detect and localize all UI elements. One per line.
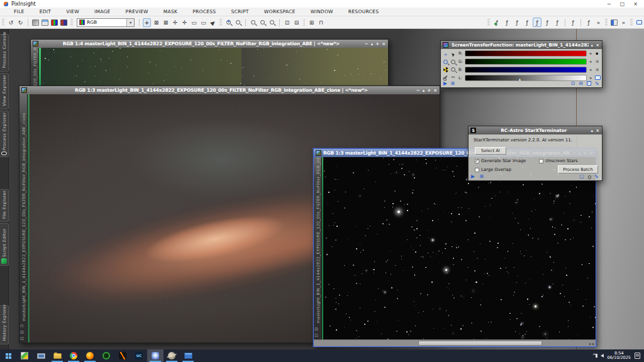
new-preview-button[interactable]: ▭ xyxy=(190,18,198,27)
new-instance-icon[interactable]: ⊞ xyxy=(480,173,484,179)
workspace-panel-icon[interactable] xyxy=(611,19,618,26)
clock[interactable]: 8:54 06/10/2025 xyxy=(608,351,631,361)
window-titlebar[interactable]: RGB 1:3 masterLight_BIN_1_4144x2822_EXPO… xyxy=(19,86,440,94)
apply-triangle-icon[interactable]: ▶ xyxy=(443,80,447,86)
zoom-in-icon[interactable] xyxy=(442,58,449,65)
toolbar-grip[interactable] xyxy=(70,19,73,26)
menu-preview[interactable]: PREVIEW xyxy=(118,9,156,14)
channel-selector-dropdown[interactable]: RGB ▾ xyxy=(77,18,135,27)
window-close-icon[interactable]: × xyxy=(433,88,437,93)
track-alt-icon[interactable]: ⊕ xyxy=(596,67,599,72)
menu-image[interactable]: IMAGE xyxy=(87,9,118,14)
stf-bar-blue[interactable] xyxy=(465,67,587,73)
horizontal-scrollbar[interactable]: ◂ ▸ xyxy=(314,339,596,346)
zoom-in-alt-icon[interactable] xyxy=(450,58,457,65)
dock-tab-script-editor[interactable]: Script Editor xyxy=(0,223,9,266)
process-icon-add[interactable]: ƒ xyxy=(543,18,552,27)
notification-center-icon[interactable] xyxy=(635,353,640,359)
stf-bar-red[interactable] xyxy=(465,50,587,57)
process-icon-clone[interactable]: ƒ xyxy=(513,18,521,27)
menu-edit[interactable]: EDIT xyxy=(32,9,59,14)
taskbar-uc-app[interactable]: UC xyxy=(131,349,147,362)
scroll-left-icon[interactable]: ◂ xyxy=(589,341,591,346)
stf-dialog[interactable]: ScreenTransferFunction: masterLight_BIN_… xyxy=(440,40,602,88)
maximize-button[interactable]: □ xyxy=(620,1,625,7)
window-shade-icon[interactable]: ▴ xyxy=(371,41,374,47)
new-instance-icon[interactable]: ⊞ xyxy=(451,80,455,86)
large-overlap-checkbox[interactable]: Large Overlap xyxy=(475,167,511,172)
dialog-shade-icon[interactable]: ▴ xyxy=(591,43,594,48)
dialog-titlebar[interactable]: S RC-Astro StarXTerminator ▴ × xyxy=(469,126,602,134)
image-canvas-starfield[interactable] xyxy=(322,157,596,339)
process-icon-batch[interactable]: ƒ xyxy=(584,18,593,27)
histogram-icon[interactable] xyxy=(60,19,67,26)
black-point-icon[interactable] xyxy=(442,66,449,73)
view-selector-strip[interactable]: masterLight_BIN_1_4144x2822_EXPOSURE_120… xyxy=(314,157,322,339)
edit-instance-icon[interactable]: ⊡ xyxy=(571,80,575,86)
checkbox-unchecked[interactable] xyxy=(539,159,543,163)
process-icon-delete[interactable]: ƒ xyxy=(523,18,531,27)
menu-workspace[interactable]: WORKSPACE xyxy=(257,9,303,14)
taskbar-chrome[interactable] xyxy=(65,349,82,362)
toolbar-grip[interactable] xyxy=(605,19,608,26)
undo-button[interactable]: ↺ xyxy=(7,18,15,27)
unscreen-stars-checkbox[interactable]: Unscreen Stars xyxy=(539,158,578,163)
window-minimize-icon[interactable]: − xyxy=(416,88,420,93)
monitor-icon[interactable] xyxy=(635,18,643,27)
minimize-button[interactable]: − xyxy=(607,1,611,7)
track-view-checkbox[interactable]: ✓ xyxy=(587,81,591,85)
select-tool-button[interactable]: ▶ xyxy=(207,16,219,28)
close-button[interactable]: × xyxy=(633,1,638,7)
window-maximize-icon[interactable]: + xyxy=(427,88,431,93)
link-rgb-icon[interactable]: ∞ xyxy=(442,51,449,58)
zoom-out-icon[interactable] xyxy=(450,66,457,73)
menu-window[interactable]: WINDOW xyxy=(303,9,341,14)
window-close-icon[interactable]: × xyxy=(382,41,386,47)
dialog-close-icon[interactable]: × xyxy=(596,128,599,133)
menu-view[interactable]: VIEW xyxy=(58,9,87,14)
zoom-11-button[interactable] xyxy=(249,18,257,27)
redo-button[interactable]: ↻ xyxy=(16,18,25,27)
scroll-right-icon[interactable]: ▸ xyxy=(592,341,594,346)
process-icon-history[interactable]: ƒ xyxy=(569,18,577,27)
crop-mode-button[interactable]: ⊟ xyxy=(292,18,301,27)
browse-doc-icon[interactable]: ⊟ xyxy=(579,80,582,86)
window-shade-icon[interactable]: ▴ xyxy=(423,88,425,93)
view-selector-icons[interactable]: ⊓⊟⊡ xyxy=(20,324,24,341)
menu-file[interactable]: FILE xyxy=(6,9,32,14)
menu-process[interactable]: PROCESS xyxy=(185,9,223,14)
toolbar-grip[interactable] xyxy=(219,19,222,26)
menu-script[interactable]: SCRIPT xyxy=(223,9,256,14)
zoom-in-button[interactable]: + xyxy=(225,18,233,27)
process-icon-new[interactable]: ƒ xyxy=(492,18,501,27)
process-icon-edit[interactable]: ƒ xyxy=(502,18,511,27)
view-selector-strip[interactable]: masterLight_BIN_1_4144x2822_EXPOSURE_120… xyxy=(19,94,28,343)
taskbar-pixinsight[interactable] xyxy=(147,349,164,362)
reset-red-icon[interactable]: ◂ xyxy=(589,51,591,56)
checkbox-checked[interactable]: ✓ xyxy=(475,159,479,163)
dock-tab-view-explorer[interactable]: View Explorer xyxy=(0,73,9,109)
screen-mode-button[interactable]: ⊓ xyxy=(317,18,325,27)
toolbar-overflow-button[interactable]: » xyxy=(619,18,628,27)
scrollbar-thumb[interactable] xyxy=(418,341,542,346)
split-view-button[interactable]: ⊞ xyxy=(308,18,316,27)
dialog-titlebar[interactable]: ScreenTransferFunction: masterLight_BIN_… xyxy=(441,41,602,49)
move-tool-button[interactable]: ✛ xyxy=(171,18,179,27)
pan-tool-button[interactable]: + xyxy=(143,18,151,27)
zoom-fit-button[interactable]: ⊠ xyxy=(152,18,160,27)
dock-tab-process-explorer[interactable]: Process Explorer xyxy=(0,111,9,157)
taskbar-dark-app[interactable] xyxy=(114,349,131,362)
apply-triangle-icon[interactable]: ▶ xyxy=(471,173,475,179)
toolbar-grip[interactable] xyxy=(630,19,633,26)
select-mode-button[interactable]: ⊡ xyxy=(283,18,291,27)
black-frame-icon[interactable]: ▪ xyxy=(596,51,598,56)
taskbar-file-explorer[interactable] xyxy=(49,349,65,362)
dialog-close-icon[interactable]: × xyxy=(596,43,599,48)
taskbar-photos[interactable] xyxy=(16,349,33,362)
rgb-channels-icon[interactable] xyxy=(51,19,58,26)
dock-tab-process-console[interactable]: Process Console xyxy=(0,34,9,72)
generate-star-image-checkbox[interactable]: ✓ Generate Star Image xyxy=(475,158,526,163)
screen-stf-icon[interactable] xyxy=(32,19,39,26)
track-icon[interactable]: ⊕ xyxy=(596,59,599,64)
reset-blue-icon[interactable]: ◂ xyxy=(589,67,591,72)
